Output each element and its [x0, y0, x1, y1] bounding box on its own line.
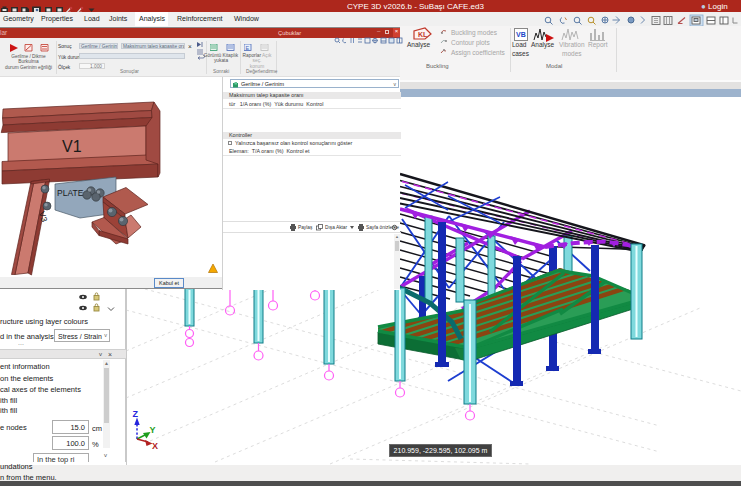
svg-text:V1: V1 — [62, 138, 82, 155]
svg-text:Z: Z — [133, 409, 139, 419]
svg-text:X: X — [152, 441, 158, 451]
svg-text:Y: Y — [150, 425, 156, 435]
svg-text:PLATE: PLATE — [57, 188, 84, 198]
svg-text:E: E — [246, 45, 250, 51]
